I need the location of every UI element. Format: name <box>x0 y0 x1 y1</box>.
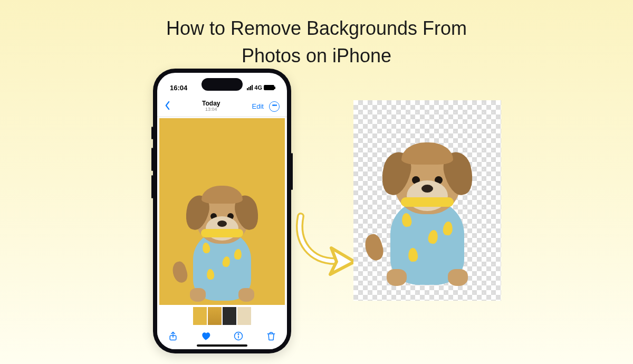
illustration-stage: 16:04 4G Today 13:04 Edit <box>0 69 633 364</box>
info-button[interactable] <box>233 331 244 344</box>
back-button[interactable] <box>165 100 170 113</box>
share-icon <box>168 331 178 341</box>
heart-icon <box>200 331 211 341</box>
battery-icon <box>264 85 274 90</box>
svg-point-3 <box>238 333 239 334</box>
photo-original <box>159 118 285 305</box>
info-icon <box>233 331 244 341</box>
thumbnail[interactable] <box>223 307 236 325</box>
delete-button[interactable] <box>266 331 276 344</box>
page-title: How to Remove Backgrounds From Photos on… <box>0 0 633 70</box>
photo-viewer[interactable] <box>157 117 287 306</box>
status-time: 16:04 <box>170 84 187 92</box>
arrow-icon <box>290 211 359 280</box>
share-button[interactable] <box>168 331 178 344</box>
signal-icon <box>247 85 253 90</box>
trash-icon <box>266 331 276 341</box>
result-transparent-panel <box>353 100 501 301</box>
dog-cutout <box>377 132 477 285</box>
more-button[interactable]: ••• <box>269 101 280 112</box>
title-line-1: How to Remove Backgrounds From <box>166 17 467 39</box>
thumbnail[interactable] <box>208 307 222 325</box>
thumbnail[interactable] <box>193 307 207 325</box>
status-right: 4G <box>247 84 274 91</box>
iphone-mockup: 16:04 4G Today 13:04 Edit <box>153 69 291 353</box>
dynamic-island <box>202 78 243 91</box>
home-indicator <box>197 344 247 347</box>
thumbnail-strip[interactable] <box>157 306 287 326</box>
title-line-2: Photos on iPhone <box>242 45 391 66</box>
navbar-title-block: Today 13:04 <box>202 100 220 112</box>
thumbnail[interactable] <box>237 307 251 325</box>
chevron-left-icon <box>165 101 170 110</box>
edit-button[interactable]: Edit <box>252 102 264 110</box>
network-label: 4G <box>254 84 262 91</box>
favorite-button[interactable] <box>200 331 211 344</box>
iphone-screen: 16:04 4G Today 13:04 Edit <box>157 73 287 349</box>
photos-navbar: Today 13:04 Edit ••• <box>157 96 287 117</box>
dog-subject <box>183 179 262 301</box>
navbar-subtitle: 13:04 <box>202 107 220 112</box>
